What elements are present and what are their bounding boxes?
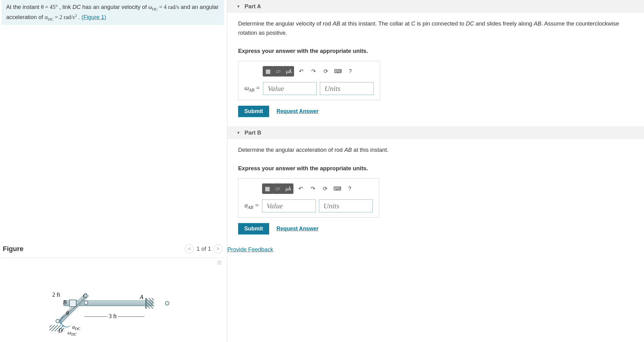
part-a-submit-button[interactable]: Submit bbox=[238, 106, 269, 117]
part-b-body: Determine the angular acceleration of ro… bbox=[227, 139, 644, 244]
templates-button[interactable]: ▦ bbox=[262, 183, 273, 194]
keyboard-button[interactable]: ⌨ bbox=[332, 183, 343, 194]
help-button[interactable]: ? bbox=[344, 183, 355, 194]
part-b-header[interactable]: ▼ Part B bbox=[227, 126, 644, 139]
part-b-prompt: Determine the angular acceleration of ro… bbox=[238, 147, 389, 153]
label-2ft: 2 ft bbox=[52, 291, 60, 298]
script-button[interactable]: □□ bbox=[273, 66, 284, 77]
ground-a bbox=[145, 298, 155, 309]
theta-value: θ = 45° bbox=[41, 4, 57, 10]
part-a-header[interactable]: ▼ Part A bbox=[227, 0, 644, 13]
part-a-request-answer-link[interactable]: Request Answer bbox=[277, 108, 318, 115]
part-a-prompt: Determine the angular velocity of rod AB… bbox=[238, 20, 619, 36]
undo-button[interactable]: ↶ bbox=[295, 183, 306, 194]
scroll-up-icon[interactable]: ˆ bbox=[217, 261, 222, 265]
reset-button[interactable]: ⟳ bbox=[320, 183, 330, 194]
figure-title: Figure bbox=[3, 245, 23, 253]
symbols-button[interactable]: μÅ bbox=[284, 66, 294, 77]
help-button[interactable]: ? bbox=[345, 66, 355, 77]
figure-panel: ˆ 2 ft B C A θ D αDC ωDC 3 ft bbox=[2, 258, 224, 342]
figure-pager-text: 1 of 1 bbox=[196, 246, 211, 252]
redo-button[interactable]: ↷ bbox=[308, 66, 319, 77]
part-b-submit-button[interactable]: Submit bbox=[238, 223, 269, 234]
part-b-toolbar: ▦ □□ μÅ ↶ ↷ ⟳ ⌨ ? bbox=[245, 183, 373, 194]
part-a-value-input[interactable] bbox=[263, 82, 317, 95]
figure-pager: < 1 of 1 > bbox=[185, 244, 223, 254]
part-a-toolbar: ▦ □□ μÅ ↶ ↷ ⟳ ⌨ ? bbox=[245, 66, 374, 77]
part-a-title: Part A bbox=[245, 3, 261, 10]
label-b: B bbox=[63, 299, 67, 306]
undo-button[interactable]: ↶ bbox=[296, 66, 306, 77]
part-b-title: Part B bbox=[245, 129, 261, 136]
collapse-icon: ▼ bbox=[237, 4, 240, 9]
part-b-lhs: αAB = bbox=[245, 202, 259, 210]
engineering-diagram: 2 ft B C A θ D αDC ωDC 3 ft bbox=[48, 286, 171, 342]
omega-dc-value: ωDC = 4 rad/s bbox=[148, 4, 179, 10]
part-b-request-answer-link[interactable]: Request Answer bbox=[277, 226, 318, 232]
reset-button[interactable]: ⟳ bbox=[320, 66, 331, 77]
part-b-units-input[interactable] bbox=[319, 199, 373, 212]
part-a-body: Determine the angular velocity of rod AB… bbox=[227, 13, 644, 126]
problem-text: At the instant bbox=[6, 4, 41, 10]
symbols-button[interactable]: μÅ bbox=[283, 183, 293, 194]
keyboard-button[interactable]: ⌨ bbox=[333, 66, 343, 77]
templates-button[interactable]: ▦ bbox=[263, 66, 273, 77]
part-b-instruction: Express your answer with the appropriate… bbox=[238, 165, 368, 171]
redo-button[interactable]: ↷ bbox=[308, 183, 318, 194]
label-omega-dc: ωDC bbox=[68, 330, 77, 337]
label-c: C bbox=[83, 293, 87, 299]
problem-statement: At the instant θ = 45° , link DC has an … bbox=[2, 0, 224, 25]
part-a-units-input[interactable] bbox=[320, 82, 374, 95]
label-d: D bbox=[58, 327, 63, 334]
alpha-dc-value: αDC = 2 rad/s2 bbox=[45, 14, 77, 20]
label-3ft: 3 ft bbox=[108, 313, 118, 320]
pin-a bbox=[165, 301, 169, 305]
figure-prev-button[interactable]: < bbox=[185, 244, 194, 254]
part-a-lhs: ωAB = bbox=[245, 85, 260, 93]
collapse-icon: ▼ bbox=[237, 131, 240, 135]
part-a-instruction: Express your answer with the appropriate… bbox=[238, 48, 368, 54]
part-b-answer-box: ▦ □□ μÅ ↶ ↷ ⟳ ⌨ ? αAB = bbox=[238, 178, 379, 218]
script-button[interactable]: □□ bbox=[273, 183, 283, 194]
part-b-value-input[interactable] bbox=[262, 199, 316, 212]
link-dc: DC bbox=[73, 4, 81, 10]
part-a-answer-box: ▦ □□ μÅ ↶ ↷ ⟳ ⌨ ? ωAB = bbox=[238, 61, 380, 100]
provide-feedback-link[interactable]: Provide Feedback bbox=[227, 246, 273, 253]
figure-link[interactable]: (Figure 1) bbox=[81, 14, 106, 20]
label-a: A bbox=[140, 294, 143, 301]
figure-next-button[interactable]: > bbox=[214, 244, 223, 254]
